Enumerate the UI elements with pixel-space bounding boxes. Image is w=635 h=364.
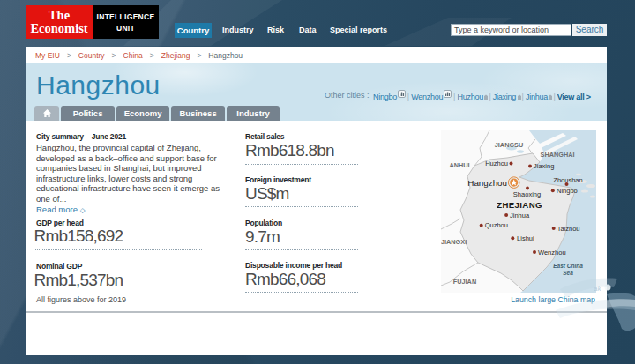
svg-text:Lishui: Lishui [517, 234, 534, 242]
svg-text:Zhoushan: Zhoushan [553, 176, 582, 184]
svg-text:Shaoxing: Shaoxing [513, 190, 541, 198]
svg-text:Taizhou: Taizhou [557, 225, 580, 233]
svg-text:ANHUI: ANHUI [449, 161, 469, 169]
svg-text:Jinhua: Jinhua [510, 212, 530, 219]
svg-text:ZHEJIANG: ZHEJIANG [497, 200, 542, 210]
svg-text:Jiaxing: Jiaxing [534, 162, 554, 170]
svg-text:Wenzhou: Wenzhou [538, 249, 566, 256]
svg-text:JIANGSU: JIANGSU [495, 141, 523, 149]
svg-text:Quzhou: Quzhou [485, 221, 508, 229]
svg-text:Ningbo: Ningbo [557, 187, 578, 195]
svg-text:Huzhou: Huzhou [485, 160, 508, 167]
svg-text:JIANGXI: JIANGXI [441, 238, 467, 246]
svg-text:FUJIAN: FUJIAN [453, 278, 476, 286]
svg-text:Hangzhou: Hangzhou [467, 178, 507, 188]
svg-text:SHANGHAI: SHANGHAI [541, 151, 575, 159]
